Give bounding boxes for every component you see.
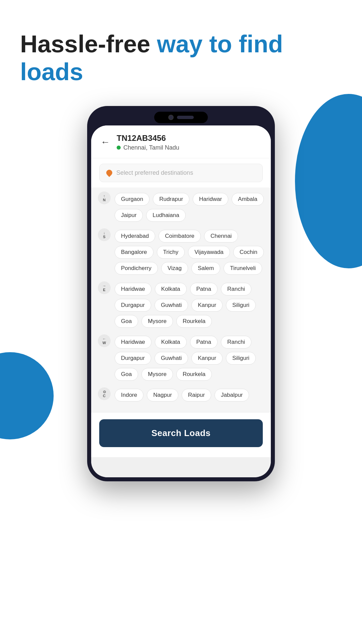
direction-section-south: ↓S Hyderabad Coimbatore Chennai Bangalor… xyxy=(98,228,264,275)
hero-title: Hassle-free way to find loads xyxy=(20,30,342,86)
chip-rudrapur[interactable]: Rudrapur xyxy=(153,193,189,206)
chip-coimbatore[interactable]: Coimbatore xyxy=(159,230,201,243)
direction-section-central: ⊙C Indore Nagpur Raipur Jabalpur xyxy=(98,387,264,401)
chip-rourkela-w[interactable]: Rourkela xyxy=(176,368,212,381)
chip-tirunelveli[interactable]: Tirunelveli xyxy=(224,262,262,275)
chip-ranchi-e[interactable]: Ranchi xyxy=(221,283,251,296)
chip-kolkata-e[interactable]: Kolkata xyxy=(155,283,187,296)
chips-central: Indore Nagpur Raipur Jabalpur xyxy=(115,387,264,401)
phone-mockup: ← TN12AB3456 Chennai, Tamil Nadu Select … xyxy=(87,106,275,481)
chips-west: Haridwae Kolkata Patna Ranchi Durgapur G… xyxy=(115,334,264,381)
chip-kanpur-w[interactable]: Kanpur xyxy=(191,352,223,365)
phone-notch xyxy=(154,112,208,123)
vehicle-id: TN12AB3456 xyxy=(117,133,179,143)
chip-trichy[interactable]: Trichy xyxy=(157,246,185,259)
chip-durgapur-w[interactable]: Durgapur xyxy=(115,352,151,365)
chip-ambala[interactable]: Ambala xyxy=(232,193,264,206)
chip-durgapur-e[interactable]: Durgapur xyxy=(115,299,151,312)
search-input-field[interactable]: Select preferred destinations xyxy=(99,164,263,182)
next-screen-hint xyxy=(91,457,271,477)
direction-header-central: ⊙C Indore Nagpur Raipur Jabalpur xyxy=(98,387,264,401)
pin-icon xyxy=(105,168,113,177)
chip-gurgaon[interactable]: Gurgaon xyxy=(115,193,149,206)
chip-mysore-e[interactable]: Mysore xyxy=(141,315,173,328)
chip-goa-w[interactable]: Goa xyxy=(115,368,138,381)
direction-badge-south: ↓S xyxy=(98,228,111,241)
phone-screen: ← TN12AB3456 Chennai, Tamil Nadu Select … xyxy=(91,125,271,477)
notch-camera xyxy=(168,115,174,120)
chip-haridwae-w[interactable]: Haridwae xyxy=(115,336,152,348)
hero-title-normal: Hassle-free xyxy=(20,31,157,57)
direction-section-west: ←W Haridwae Kolkata Patna Ranchi Durgapu… xyxy=(98,334,264,381)
vehicle-location: Chennai, Tamil Nadu xyxy=(117,144,179,151)
destinations-container: ↑N Gurgaon Rudrapur Haridwar Ambala Jaip… xyxy=(91,187,271,412)
direction-section-north: ↑N Gurgaon Rudrapur Haridwar Ambala Jaip… xyxy=(98,192,264,222)
chip-bangalore[interactable]: Bangalore xyxy=(115,246,154,259)
direction-header-south: ↓S Hyderabad Coimbatore Chennai Bangalor… xyxy=(98,228,264,275)
vehicle-info: TN12AB3456 Chennai, Tamil Nadu xyxy=(117,133,179,151)
chip-kanpur-e[interactable]: Kanpur xyxy=(191,299,223,312)
chip-nagpur[interactable]: Nagpur xyxy=(147,389,178,401)
chip-salem[interactable]: Salem xyxy=(191,262,220,275)
chip-patna-w[interactable]: Patna xyxy=(190,336,218,348)
chip-jabalpur[interactable]: Jabalpur xyxy=(215,389,249,401)
direction-header-east: →E Haridwae Kolkata Patna Ranchi Durgapu… xyxy=(98,281,264,328)
chip-mysore-w[interactable]: Mysore xyxy=(141,368,173,381)
chip-guwhati-w[interactable]: Guwhati xyxy=(155,352,188,365)
direction-badge-east: →E xyxy=(98,281,111,294)
phone-container: ← TN12AB3456 Chennai, Tamil Nadu Select … xyxy=(0,106,362,481)
chip-jaipur[interactable]: Jaipur xyxy=(115,209,143,222)
back-button[interactable]: ← xyxy=(101,138,110,147)
direction-badge-central: ⊙C xyxy=(98,387,111,400)
direction-header-north: ↑N Gurgaon Rudrapur Haridwar Ambala Jaip… xyxy=(98,192,264,222)
direction-header-west: ←W Haridwae Kolkata Patna Ranchi Durgapu… xyxy=(98,334,264,381)
chip-vijayawada[interactable]: Vijayawada xyxy=(188,246,230,259)
chip-pondicherry[interactable]: Pondicherry xyxy=(115,262,158,275)
chip-raipur[interactable]: Raipur xyxy=(182,389,211,401)
chip-cochin[interactable]: Cochin xyxy=(233,246,264,259)
location-text: Chennai, Tamil Nadu xyxy=(123,144,179,151)
chip-hyderabad[interactable]: Hyderabad xyxy=(115,230,155,243)
chip-vizag[interactable]: Vizag xyxy=(161,262,188,275)
app-header: ← TN12AB3456 Chennai, Tamil Nadu xyxy=(91,125,271,158)
chip-rourkela-e[interactable]: Rourkela xyxy=(176,315,212,328)
notch-sensors xyxy=(177,116,194,119)
chips-south: Hyderabad Coimbatore Chennai Bangalore T… xyxy=(115,228,264,275)
search-loads-button[interactable]: Search Loads xyxy=(99,419,263,447)
chip-indore[interactable]: Indore xyxy=(115,389,143,401)
bottom-cta: Search Loads xyxy=(91,412,271,457)
chip-guwhati-e[interactable]: Guwhati xyxy=(155,299,188,312)
phone-notch-bar xyxy=(91,110,271,125)
search-placeholder: Select preferred destinations xyxy=(116,169,193,176)
chips-east: Haridwae Kolkata Patna Ranchi Durgapur G… xyxy=(115,281,264,328)
location-dot-icon xyxy=(117,146,121,150)
chip-patna-e[interactable]: Patna xyxy=(190,283,218,296)
chip-goa-e[interactable]: Goa xyxy=(115,315,138,328)
chip-haridwae-e[interactable]: Haridwae xyxy=(115,283,152,296)
chip-ludhaiana[interactable]: Ludhaiana xyxy=(146,209,185,222)
search-input-wrapper: Select preferred destinations xyxy=(91,158,271,187)
notch-sensor-1 xyxy=(177,116,194,119)
direction-badge-north: ↑N xyxy=(98,192,111,204)
chip-siliguri-w[interactable]: Siliguri xyxy=(226,352,256,365)
chip-chennai[interactable]: Chennai xyxy=(204,230,238,243)
chip-haridwar[interactable]: Haridwar xyxy=(193,193,228,206)
direction-badge-west: ←W xyxy=(98,334,111,347)
hero-section: Hassle-free way to find loads xyxy=(0,0,362,86)
chip-ranchi-w[interactable]: Ranchi xyxy=(221,336,251,348)
chip-kolkata-w[interactable]: Kolkata xyxy=(155,336,187,348)
chips-north: Gurgaon Rudrapur Haridwar Ambala Jaipur … xyxy=(115,192,264,222)
direction-section-east: →E Haridwae Kolkata Patna Ranchi Durgapu… xyxy=(98,281,264,328)
chip-siliguri-e[interactable]: Siliguri xyxy=(226,299,256,312)
